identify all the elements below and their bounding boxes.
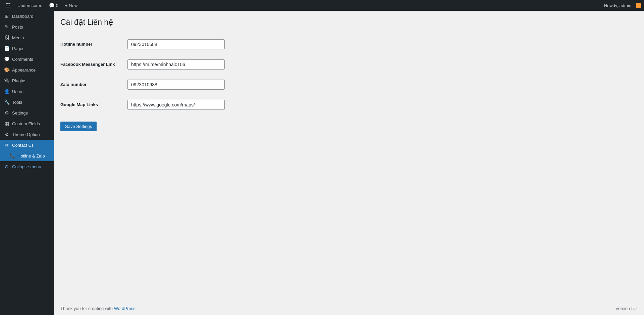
collapse-menu-button[interactable]: ⊙ Collapse menu [0, 161, 54, 172]
sidebar-item-posts[interactable]: ✎ Posts [0, 21, 54, 32]
form-row-zalo: Zalo number [60, 75, 362, 95]
page-footer: Thank you for creating with WordPress. V… [60, 302, 637, 315]
settings-icon: ⚙ [4, 110, 9, 116]
posts-icon: ✎ [4, 24, 9, 30]
sidebar-item-users[interactable]: 👤 Users [0, 86, 54, 97]
admin-bar: ☷ Underscores 💬 0 + New Howdy, admin [0, 0, 644, 11]
sidebar-item-contact-us[interactable]: ✉ Contact Us [0, 140, 54, 150]
hotline-zalo-icon: 📞 [9, 153, 15, 159]
main-wrap: ⊞ Dashboard ✎ Posts 🖼 Media 📄 Pages 💬 Co… [0, 11, 644, 315]
facebook-messenger-input[interactable] [127, 59, 225, 70]
facebook-messenger-label: Facebook Messenger Link [60, 54, 127, 75]
comments-link[interactable]: 💬 0 [46, 0, 61, 11]
footer-thanks: Thank you for creating with WordPress. [60, 306, 137, 311]
custom-fields-icon: ▦ [4, 121, 9, 126]
admin-menu: ⊞ Dashboard ✎ Posts 🖼 Media 📄 Pages 💬 Co… [0, 11, 54, 172]
hotline-label: Hotline number [60, 34, 127, 54]
sidebar-subitem-label: Hotline & Zalo [17, 153, 45, 159]
sidebar-item-tools[interactable]: 🔧 Tools [0, 97, 54, 107]
sidebar-item-pages[interactable]: 📄 Pages [0, 43, 54, 54]
sidebar-item-dashboard[interactable]: ⊞ Dashboard [0, 11, 54, 21]
save-settings-button[interactable]: Save Settings [60, 122, 97, 131]
sidebar: ⊞ Dashboard ✎ Posts 🖼 Media 📄 Pages 💬 Co… [0, 11, 54, 315]
site-name-link[interactable]: Underscores [15, 0, 45, 11]
hotline-input[interactable] [127, 39, 225, 49]
google-map-input[interactable] [127, 100, 225, 110]
theme-option-icon: ⚙ [4, 132, 9, 137]
comments-count: 0 [56, 3, 58, 8]
howdy-label[interactable]: Howdy, admin [601, 0, 634, 11]
sidebar-item-label: Tools [12, 100, 22, 105]
media-icon: 🖼 [4, 35, 9, 40]
main-content: Cài đặt Liên hệ Hotline number Facebook … [54, 11, 644, 315]
comments-icon: 💬 [4, 56, 9, 62]
sidebar-item-label: Settings [12, 110, 28, 116]
zalo-input[interactable] [127, 80, 225, 90]
form-row-google-map: Google Map Links [60, 95, 362, 115]
sidebar-item-custom-fields[interactable]: ▦ Custom Fields [0, 118, 54, 129]
sidebar-item-label: Users [12, 89, 23, 94]
user-avatar [636, 3, 641, 8]
sidebar-item-appearance[interactable]: 🎨 Appearance [0, 64, 54, 75]
pages-icon: 📄 [4, 46, 9, 51]
sidebar-item-media[interactable]: 🖼 Media [0, 32, 54, 43]
collapse-label: Collapse menu [12, 164, 41, 169]
sidebar-item-label: Theme Option [12, 132, 40, 137]
page-title: Cài đặt Liên hệ [60, 17, 362, 28]
sidebar-item-label: Contact Us [12, 143, 34, 148]
users-icon: 👤 [4, 89, 9, 94]
new-content-link[interactable]: + New [62, 0, 80, 11]
sidebar-item-label: Appearance [12, 68, 36, 73]
sidebar-item-label: Custom Fields [12, 121, 40, 126]
form-row-hotline: Hotline number [60, 34, 362, 54]
footer-thanks-text: Thank you for creating with [60, 306, 114, 311]
footer-version: Version 5.7 [615, 306, 637, 311]
sidebar-item-comments[interactable]: 💬 Comments [0, 54, 54, 64]
page-body: Cài đặt Liên hệ Hotline number Facebook … [60, 17, 637, 302]
sidebar-item-plugins[interactable]: 🔌 Plugins [0, 75, 54, 86]
sidebar-item-settings[interactable]: ⚙ Settings [0, 107, 54, 118]
sidebar-item-label: Plugins [12, 78, 26, 83]
comment-icon: 💬 [49, 3, 55, 8]
zalo-label: Zalo number [60, 75, 127, 95]
form-row-facebook-messenger: Facebook Messenger Link [60, 54, 362, 75]
wp-logo-icon[interactable]: ☷ [3, 0, 13, 11]
sidebar-subitem-hotline-zalo[interactable]: 📞 Hotline & Zalo [0, 150, 54, 161]
sidebar-item-label: Posts [12, 25, 23, 30]
plugins-icon: 🔌 [4, 78, 9, 83]
wordpress-link[interactable]: WordPress [114, 306, 136, 311]
settings-form: Hotline number Facebook Messenger Link [60, 34, 362, 115]
sidebar-item-label: Media [12, 35, 24, 40]
google-map-label: Google Map Links [60, 95, 127, 115]
collapse-icon: ⊙ [4, 164, 9, 169]
dashboard-icon: ⊞ [4, 13, 9, 19]
tools-icon: 🔧 [4, 99, 9, 105]
sidebar-item-label: Comments [12, 57, 33, 62]
sidebar-item-label: Dashboard [12, 14, 34, 19]
sidebar-item-theme-option[interactable]: ⚙ Theme Option [0, 129, 54, 140]
sidebar-item-label: Pages [12, 46, 24, 51]
contact-us-icon: ✉ [4, 142, 9, 148]
content-wrap: Cài đặt Liên hệ Hotline number Facebook … [60, 17, 362, 131]
appearance-icon: 🎨 [4, 67, 9, 73]
